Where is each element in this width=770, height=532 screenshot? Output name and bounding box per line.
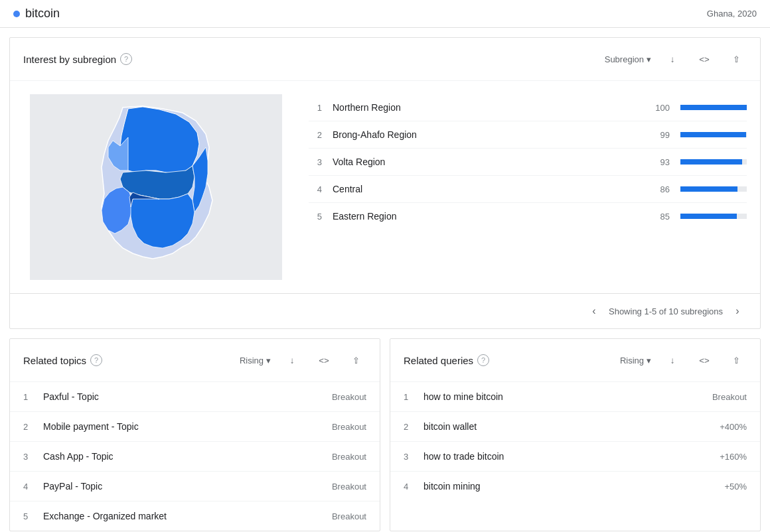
region-score: 100 (647, 103, 670, 113)
region-bar-fill (680, 132, 746, 137)
interest-section-header: Interest by subregion ? Subregion ▾ ↓ <>… (10, 38, 760, 81)
query-badge: +160% (720, 452, 747, 462)
region-name: Eastern Region (333, 211, 636, 222)
related-topics-controls: Rising ▾ ↓ <> ⇧ (240, 350, 366, 371)
topic-rank: 4 (23, 482, 34, 492)
region-row: 3 Volta Region 93 (309, 149, 747, 176)
related-topic-left: 1 Paxful - Topic (23, 391, 99, 402)
ghana-map-svg (30, 94, 282, 280)
interest-help-icon[interactable]: ? (120, 53, 132, 65)
topic-badge: Breakout (332, 452, 366, 462)
topic-name[interactable]: PayPal - Topic (43, 481, 102, 492)
related-queries-dropdown[interactable]: Rising ▾ (620, 356, 651, 366)
region-bar-fill (680, 105, 747, 110)
topic-rank: 3 (23, 452, 34, 462)
topic-rank: 2 (23, 422, 34, 432)
related-topic-row: 2 Mobile payment - Topic Breakout (10, 412, 380, 442)
related-topic-left: 3 Cash App - Topic (23, 451, 114, 462)
related-query-row: 4 bitcoin mining +50% (390, 472, 760, 501)
query-badge: Breakout (712, 392, 747, 402)
region-bar (680, 186, 747, 192)
related-topic-row: 1 Paxful - Topic Breakout (10, 382, 380, 412)
region-rank: 3 (309, 157, 322, 167)
topic-name[interactable]: Cash App - Topic (43, 451, 114, 462)
map-table-layout: 1 Northern Region 100 2 Brong-Ahafo Regi… (10, 81, 760, 293)
related-topic-row: 3 Cash App - Topic Breakout (10, 442, 380, 472)
share-button[interactable]: ⇧ (726, 48, 747, 70)
topic-name[interactable]: Mobile payment - Topic (43, 421, 139, 432)
queries-embed-button[interactable]: <> (694, 350, 715, 371)
related-topics-header: Related topics ? Rising ▾ ↓ <> ⇧ (10, 339, 380, 382)
search-dot-icon (13, 11, 20, 17)
region-bar (680, 105, 747, 110)
topic-name[interactable]: Exchange - Organized market (43, 511, 167, 521)
query-badge: +50% (724, 482, 747, 492)
region-name: Brong-Ahafo Region (333, 129, 636, 140)
topics-embed-button[interactable]: <> (313, 350, 335, 371)
region-bar-fill (680, 214, 737, 219)
region-row: 4 Central 86 (309, 176, 747, 203)
embed-button[interactable]: <> (694, 48, 715, 70)
related-topics-section: Related topics ? Rising ▾ ↓ <> ⇧ 1 Paxfu… (9, 338, 380, 531)
region-name: Northern Region (333, 102, 636, 113)
queries-download-button[interactable]: ↓ (662, 350, 683, 371)
region-score: 85 (647, 212, 670, 222)
region-score: 99 (647, 130, 670, 140)
region-bar-fill (680, 186, 737, 192)
region-name: Volta Region (333, 157, 636, 167)
related-topics-dropdown[interactable]: Rising ▾ (240, 356, 271, 366)
query-rank: 4 (404, 482, 414, 492)
interest-by-subregion-section: Interest by subregion ? Subregion ▾ ↓ <>… (9, 37, 761, 329)
dropdown-arrow-icon: ▾ (647, 54, 651, 64)
related-queries-title: Related queries (404, 355, 473, 366)
topic-name[interactable]: Paxful - Topic (43, 391, 99, 402)
related-topic-row: 5 Exchange - Organized market Breakout (10, 501, 380, 531)
related-queries-controls: Rising ▾ ↓ <> ⇧ (620, 350, 747, 371)
page-header: bitcoin Ghana, 2020 (0, 0, 770, 28)
next-page-button[interactable]: › (728, 302, 747, 320)
region-rank: 5 (309, 212, 322, 222)
region-bar (680, 159, 747, 165)
related-topics-help-icon[interactable]: ? (90, 354, 102, 366)
related-topics-title-group: Related topics ? (23, 354, 102, 366)
query-name[interactable]: how to trade bitcoin (424, 451, 504, 462)
region-bar (680, 132, 747, 137)
topic-rank: 1 (23, 392, 34, 402)
location-year: Ghana, 2020 (707, 9, 757, 19)
region-score: 86 (647, 184, 670, 194)
related-topic-left: 4 PayPal - Topic (23, 481, 102, 492)
related-topics-title: Related topics (23, 355, 86, 366)
download-button[interactable]: ↓ (662, 48, 683, 70)
related-query-left: 2 bitcoin wallet (404, 421, 477, 432)
search-term: bitcoin (25, 7, 60, 21)
pagination-bar: ‹ Showing 1-5 of 10 subregions › (10, 293, 760, 328)
pagination-text: Showing 1-5 of 10 subregions (609, 306, 723, 316)
interest-section-title: Interest by subregion (23, 54, 116, 65)
topics-download-button[interactable]: ↓ (281, 350, 303, 371)
region-row: 5 Eastern Region 85 (309, 203, 747, 230)
subregion-dropdown[interactable]: Subregion ▾ (605, 54, 651, 64)
related-query-left: 1 how to mine bitcoin (404, 391, 503, 402)
section-title-group: Interest by subregion ? (23, 53, 132, 65)
region-rank: 2 (309, 130, 322, 140)
related-query-row: 2 bitcoin wallet +400% (390, 412, 760, 442)
query-name[interactable]: bitcoin mining (424, 481, 481, 492)
related-queries-section: Related queries ? Rising ▾ ↓ <> ⇧ 1 how … (390, 338, 761, 531)
related-queries-help-icon[interactable]: ? (477, 354, 489, 366)
topics-share-button[interactable]: ⇧ (345, 350, 366, 371)
bottom-grid: Related topics ? Rising ▾ ↓ <> ⇧ 1 Paxfu… (9, 338, 761, 531)
region-row: 2 Brong-Ahafo Region 99 (309, 121, 747, 149)
region-bar-fill (680, 159, 742, 165)
region-bar (680, 214, 747, 219)
related-topic-row: 4 PayPal - Topic Breakout (10, 472, 380, 501)
query-name[interactable]: how to mine bitcoin (424, 391, 503, 402)
topic-badge: Breakout (332, 482, 366, 492)
topic-badge: Breakout (332, 422, 366, 432)
queries-share-button[interactable]: ⇧ (726, 350, 747, 371)
prev-page-button[interactable]: ‹ (585, 302, 603, 320)
related-query-row: 3 how to trade bitcoin +160% (390, 442, 760, 472)
topics-dropdown-arrow: ▾ (266, 356, 271, 366)
query-name[interactable]: bitcoin wallet (424, 421, 477, 432)
related-topic-left: 2 Mobile payment - Topic (23, 421, 139, 432)
region-score: 93 (647, 157, 670, 167)
